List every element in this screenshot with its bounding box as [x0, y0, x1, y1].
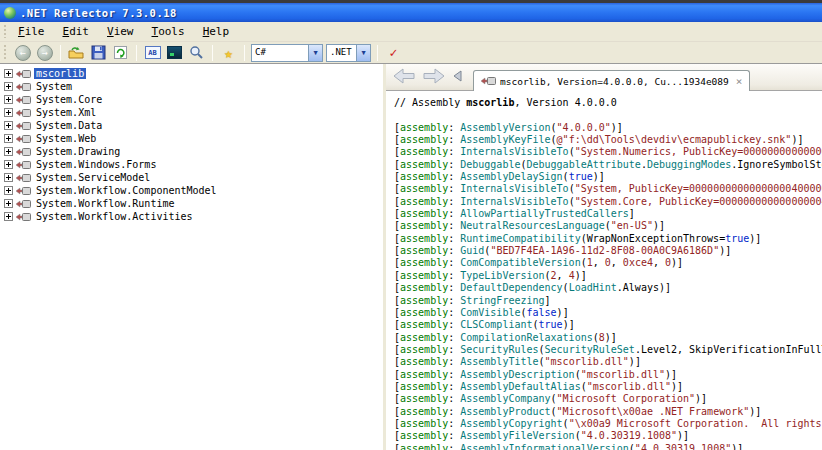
code-line: [assembly: ComCompatibleVersion(1, 0, 0x… [394, 257, 822, 269]
assembly-icon [481, 76, 496, 86]
code-line: [assembly: AssemblyProduct("Microsoft\x0… [394, 406, 822, 418]
tab-scroll-left-button[interactable] [452, 69, 463, 83]
code-line: [assembly: AssemblyKeyFile(@"f:\dd\Tools… [394, 134, 822, 146]
code-line: [assembly: AssemblyTitle("mscorlib.dll")… [394, 356, 822, 368]
assembly-icon [16, 95, 31, 105]
expand-plus-icon[interactable] [4, 82, 13, 91]
close-icon[interactable]: × [736, 76, 743, 87]
tree-item-system-workflow-componentmodel[interactable]: System.Workflow.ComponentModel [4, 184, 383, 197]
search-button[interactable] [187, 43, 206, 62]
open-assembly-button[interactable] [67, 43, 86, 62]
open-folder-icon [68, 46, 85, 60]
tree-item-system[interactable]: System [4, 80, 383, 93]
rename-button[interactable]: AB [143, 43, 162, 62]
code-line: [assembly: AllowPartiallyTrustedCallers] [394, 208, 822, 220]
verify-button[interactable]: ✓ [384, 43, 403, 62]
code-view[interactable]: // Assembly mscorlib, Version 4.0.0.0 [a… [386, 91, 822, 450]
ab-rename-icon: AB [145, 46, 161, 59]
menu-view[interactable]: View [99, 23, 142, 40]
tree-item-label[interactable]: System [34, 81, 74, 92]
main-area: mscorlibSystemSystem.CoreSystem.XmlSyste… [0, 63, 822, 450]
back-button[interactable]: ← [13, 43, 32, 62]
toolbar-grip-handle[interactable] [3, 45, 7, 60]
tree-item-label[interactable]: System.Web [34, 133, 98, 144]
code-line: [assembly: AssemblyDefaultAlias("mscorli… [394, 381, 822, 393]
expand-plus-icon[interactable] [4, 108, 13, 117]
menu-file[interactable]: File [10, 23, 53, 40]
code-line: [assembly: ComVisible(false)] [394, 307, 822, 319]
menu-edit[interactable]: Edit [55, 23, 98, 40]
tab-nav [392, 64, 463, 90]
tree-item-system-workflow-activities[interactable]: System.Workflow.Activities [4, 210, 383, 223]
expand-plus-icon[interactable] [4, 186, 13, 195]
refresh-button[interactable] [111, 43, 130, 62]
chevron-down-icon[interactable]: ▼ [356, 45, 370, 61]
assembly-icon [16, 160, 31, 170]
expand-plus-icon[interactable] [4, 173, 13, 182]
assembly-icon [16, 121, 31, 131]
code-line: [assembly: Guid("BED7F4EA-1A96-11d2-8F08… [394, 245, 822, 257]
language-selector[interactable]: C# ▼ [251, 44, 323, 62]
forward-button[interactable]: → [35, 43, 54, 62]
tree-item-mscorlib[interactable]: mscorlib [4, 67, 383, 80]
expand-plus-icon[interactable] [4, 199, 13, 208]
search-icon [189, 45, 204, 60]
tree-item-label[interactable]: System.ServiceModel [34, 172, 152, 183]
expand-plus-icon[interactable] [4, 121, 13, 130]
tree-item-label[interactable]: System.Data [34, 120, 104, 131]
history-forward-button[interactable] [422, 67, 446, 85]
bookmarks-button[interactable]: ★ [219, 43, 238, 62]
menu-bar-items: FileEditViewToolsHelp [10, 23, 239, 40]
tree-item-system-drawing[interactable]: System.Drawing [4, 145, 383, 158]
chevron-down-icon[interactable]: ▼ [308, 45, 322, 61]
tree-item-system-servicemodel[interactable]: System.ServiceModel [4, 171, 383, 184]
tree-item-system-data[interactable]: System.Data [4, 119, 383, 132]
expand-plus-icon[interactable] [4, 134, 13, 143]
expand-plus-icon[interactable] [4, 95, 13, 104]
expand-plus-icon[interactable] [4, 69, 13, 78]
menu-tools[interactable]: Tools [144, 23, 193, 40]
console-icon [167, 46, 182, 59]
tree-item-label[interactable]: System.Core [34, 94, 104, 105]
expand-plus-icon[interactable] [4, 160, 13, 169]
toolbar-separator [212, 45, 213, 61]
tree-item-system-xml[interactable]: System.Xml [4, 106, 383, 119]
app-icon [4, 7, 16, 19]
save-button[interactable] [89, 43, 108, 62]
expand-plus-icon[interactable] [4, 212, 13, 221]
tree-item-label[interactable]: System.Workflow.Runtime [34, 198, 176, 209]
red-check-icon: ✓ [390, 46, 398, 59]
tree-item-label[interactable]: mscorlib [34, 68, 86, 79]
tree-item-system-web[interactable]: System.Web [4, 132, 383, 145]
framework-selector[interactable]: .NET 4.0 ▼ [326, 44, 371, 62]
tree-item-system-core[interactable]: System.Core [4, 93, 383, 106]
expand-plus-icon[interactable] [4, 147, 13, 156]
toolbar-separator [377, 45, 378, 61]
tree-item-label[interactable]: System.Workflow.Activities [34, 211, 195, 222]
toolbar-separator [136, 45, 137, 61]
menu-grip-handle[interactable] [3, 25, 7, 38]
menu-help[interactable]: Help [195, 23, 238, 40]
tree-item-label[interactable]: System.Drawing [34, 146, 122, 157]
code-line: [assembly: AssemblyCopyright("\x00a9 Mic… [394, 418, 822, 430]
assembly-icon [16, 82, 31, 92]
tree-item-label[interactable]: System.Windows.Forms [34, 159, 158, 170]
tree-item-label[interactable]: System.Workflow.ComponentModel [34, 185, 219, 196]
tab-mscorlib[interactable]: mscorlib, Version=4.0.0.0, Cu...1934e089… [473, 70, 750, 91]
tree-item-label[interactable]: System.Xml [34, 107, 98, 118]
toolbar-separator [60, 45, 61, 61]
disassembler-button[interactable] [165, 43, 184, 62]
code-line: [assembly: SecurityRules(SecurityRuleSet… [394, 344, 822, 356]
tree-item-system-windows-forms[interactable]: System.Windows.Forms [4, 158, 383, 171]
history-back-button[interactable] [392, 67, 416, 85]
assembly-icon [16, 69, 31, 79]
code-line: [assembly: CompilationRelaxations(8)] [394, 332, 822, 344]
refresh-icon [113, 45, 128, 60]
title-bar[interactable]: .NET Reflector 7.3.0.18 [0, 3, 822, 22]
code-line: [assembly: TypeLibVersion(2, 4)] [394, 270, 822, 282]
tab-strip: mscorlib, Version=4.0.0.0, Cu...1934e089… [386, 64, 822, 91]
forward-icon: → [37, 45, 53, 61]
code-line: [assembly: NeutralResourcesLanguage("en-… [394, 220, 822, 232]
tree-item-system-workflow-runtime[interactable]: System.Workflow.Runtime [4, 197, 383, 210]
assembly-icon [16, 147, 31, 157]
